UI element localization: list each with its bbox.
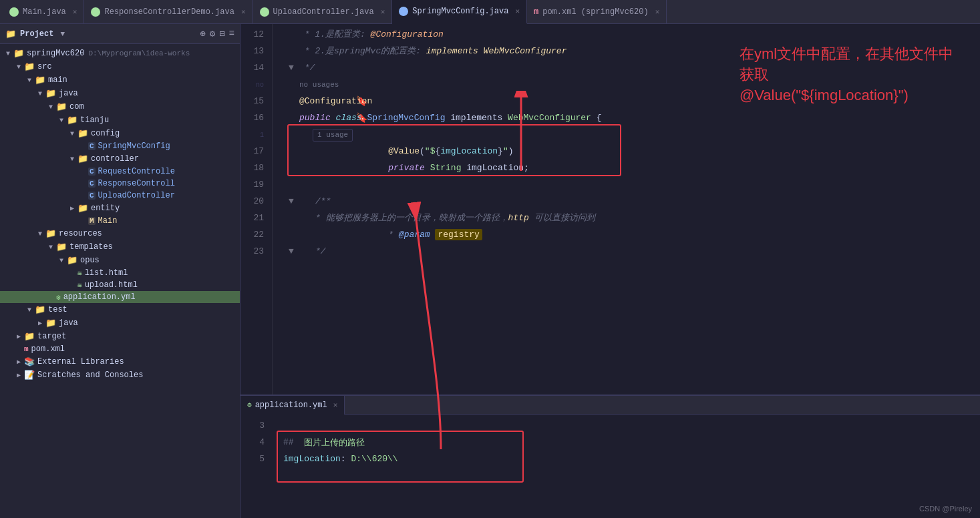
bottom-line-4: ## 图片上传的路径 [283,434,980,451]
code-line-23: ▼ */ [283,244,980,260]
tree-uploadcontroller[interactable]: ▶ C UploadController [0,190,240,202]
tab-application-yml[interactable]: ⚙ application.yml ✕ [240,396,345,415]
tree-config[interactable]: ▼ 📁 config [0,127,240,140]
bottom-code-area: 3 4 5 ## 图片上传的路径 imgLocation: D:\\620\\ [240,415,980,518]
folder-icon-com: 📁 [56,101,67,112]
folder-icon-test-java: 📁 [45,318,56,328]
class-c-icon-2: C [88,168,96,176]
folder-icon-test: 📁 [35,304,45,315]
yml-file-icon: ⚙ [56,293,61,302]
tab-close-3[interactable]: ✕ [515,7,520,15]
xml-icon: m [534,7,538,17]
editor-wrapper: 12 13 14 no 15 16 1 17 18 19 20 21 22 23 [240,24,980,518]
java-icon-4 [399,7,408,16]
tab-response-controller[interactable]: ResponseControllerDemo.java ✕ [84,0,253,24]
code-line-19 [283,177,980,194]
project-icon: 📁 [5,29,16,39]
java-icon-2 [91,7,100,17]
folder-icon-root: 📁 [13,48,24,59]
folder-icon-tianju: 📁 [67,115,77,125]
tree-templates[interactable]: ▼ 📁 templates [0,240,240,254]
folder-icon-opus: 📁 [67,255,77,266]
tab-pom-xml[interactable]: m pom.xml (springMvc620) ✕ [527,0,667,24]
html-file-icon: ≋ [77,269,82,278]
tree-controller[interactable]: ▼ 📁 controller [0,152,240,166]
code-line-12: * 1.是配置类: @Configuration [283,27,980,43]
tree-scratches[interactable]: ▶ 📝 Scratches and Consoles [0,368,240,382]
tree-test-java[interactable]: ▶ 📁 java [0,316,240,330]
more-icon[interactable]: ≡ [229,28,234,39]
tree-main-class[interactable]: ▶ M Main [0,215,240,227]
editor-area: 12 13 14 no 15 16 1 17 18 19 20 21 22 23 [240,24,980,518]
watermark: CSDN @Pireley [919,505,972,513]
tree-src[interactable]: ▼ 📁 src [0,60,240,73]
sidebar-header: 📁 Project ▼ ⊕ ⚙ ⊟ ≡ [0,24,240,44]
folder-icon-templates: 📁 [56,242,67,252]
tree-entity[interactable]: ▶ 📁 entity [0,202,240,215]
tree-root[interactable]: ▼ 📁 springMvc620 D:\Myprogram\idea-works [0,47,240,60]
tab-spring-mvc-config[interactable]: SpringMvcConfig.java ✕ [392,0,527,24]
tab-close-0[interactable]: ✕ [73,7,77,16]
sidebar-tree: ▼ 📁 springMvc620 D:\Myprogram\idea-works… [0,44,240,518]
class-c-icon-4: C [88,192,96,200]
folder-icon-java: 📁 [45,88,56,99]
tree-main[interactable]: ▼ 📁 main [0,73,240,87]
bottom-panel: ⚙ application.yml ✕ 3 4 5 ## 图片上传的路径 [240,395,980,518]
line-numbers: 12 13 14 no 15 16 1 17 18 19 20 21 22 23 [240,24,273,395]
folder-icon-src: 📁 [24,61,35,72]
folder-icon-controller: 📁 [77,154,88,164]
tree-resources[interactable]: ▼ 📁 resources [0,227,240,240]
settings-icon[interactable]: ⚙ [210,28,215,39]
tab-close-1[interactable]: ✕ [241,7,246,16]
class-c-icon-3: C [88,180,96,188]
tree-external-libs[interactable]: ▶ 📚 External Libraries [0,355,240,368]
tree-pom-xml[interactable]: ▶ m pom.xml [0,343,240,355]
sidebar: 📁 Project ▼ ⊕ ⚙ ⊟ ≡ ▼ 📁 springMvc620 D:\… [0,24,240,518]
tree-tianju[interactable]: ▼ 📁 tianju [0,113,240,127]
class-c-icon: C [88,142,96,150]
bottom-tabs: ⚙ application.yml ✕ [240,396,980,415]
tree-list-html[interactable]: ▶ ≋ list.html [0,267,240,279]
sidebar-title: 📁 Project ▼ [5,29,65,39]
folder-icon-target: 📁 [24,331,35,342]
tree-upload-html[interactable]: ▶ ≋ upload.html [0,279,240,291]
tab-main-java[interactable]: Main.java ✕ [3,0,84,24]
expand-arrow-src: ▼ [13,63,24,71]
scope-icon[interactable]: ⊕ [200,28,205,39]
sidebar-actions: ⊕ ⚙ ⊟ ≡ [200,28,234,39]
tree-test[interactable]: ▼ 📁 test [0,303,240,316]
html-file-icon-2: ≋ [77,281,82,290]
libs-icon: 📚 [24,356,35,367]
java-icon-3 [260,7,269,17]
main-layout: 📁 Project ▼ ⊕ ⚙ ⊟ ≡ ▼ 📁 springMvc620 D:\… [0,24,980,518]
tab-modified-dot: ✕ [333,401,338,409]
tab-upload-controller[interactable]: UploadController.java ✕ [253,0,393,24]
main-icon: M [88,217,96,225]
tree-responsecontroller[interactable]: ▶ C ResponseControll [0,178,240,190]
code-line-22: * @param registry [283,227,980,244]
pom-xml-icon: m [24,345,29,353]
tab-close-4[interactable]: ✕ [655,7,660,16]
folder-icon-main: 📁 [35,75,45,85]
spring-mvc-config-editor[interactable]: 12 13 14 no 15 16 1 17 18 19 20 21 22 23 [240,24,980,395]
tree-target[interactable]: ▶ 📁 target [0,330,240,343]
tree-requestcontroller[interactable]: ▶ C RequestControlle [0,166,240,178]
code-line-18: private String imgLocation; [283,160,980,177]
folder-icon-entity: 📁 [77,203,88,214]
tree-application-yml[interactable]: ▶ ⚙ application.yml [0,291,240,303]
dropdown-arrow[interactable]: ▼ [60,30,65,38]
bottom-line-3 [283,417,980,434]
tree-springmvcconfig[interactable]: ▶ C SpringMvcConfig [0,140,240,152]
bottom-code-content: ## 图片上传的路径 imgLocation: D:\\620\\ [273,417,980,515]
collapse-icon[interactable]: ⊟ [219,28,224,39]
tab-close-2[interactable]: ✕ [381,7,385,16]
yml-tab-icon: ⚙ [247,401,252,409]
code-line-16: 🔖 public class SpringMvcConfig implement… [283,110,980,127]
tree-java[interactable]: ▼ 📁 java [0,87,240,100]
tree-opus[interactable]: ▼ 📁 opus [0,254,240,267]
bottom-line-5: imgLocation: D:\\620\\ [283,451,980,467]
code-line-20: ▼ /** [283,194,980,210]
java-icon [9,7,19,17]
folder-icon-config: 📁 [77,128,88,139]
tree-com[interactable]: ▼ 📁 com [0,100,240,113]
